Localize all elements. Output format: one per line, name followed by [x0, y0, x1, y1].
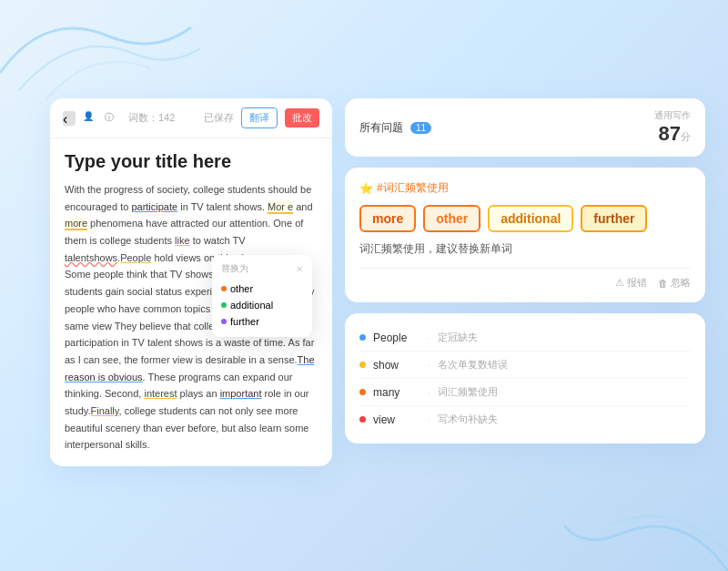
score-right: 通用写作 87分: [654, 109, 691, 146]
vocab-desc: 词汇频繁使用，建议替换新单词: [359, 241, 691, 257]
suggestion-popup-header: 替换为 ✕: [221, 262, 303, 275]
score-label: 通用写作: [654, 109, 691, 122]
vocab-actions: ⚠ 报错 🗑 忽略: [359, 268, 691, 290]
tag-more[interactable]: more: [359, 205, 416, 232]
right-panel: 所有问题 11 通用写作 87分 ⭐ #词汇频繁使用 more other ad…: [345, 98, 705, 466]
underline-participate: participate: [131, 201, 177, 212]
editor-toolbar: ‹ 👤 ⓘ 词数：142 已保存 翻译 批改: [50, 98, 332, 138]
tag-other[interactable]: other: [423, 205, 480, 232]
issue-people[interactable]: People · 定冠缺失: [359, 324, 691, 352]
score-unit: 分: [681, 131, 691, 142]
further-label: further: [230, 316, 259, 327]
issue-word-many: many: [373, 386, 420, 399]
underline-reason: The reason is obvious: [65, 354, 315, 382]
report-icon: ⚠: [615, 277, 624, 289]
issue-word-view: view: [373, 413, 420, 426]
suggestion-other[interactable]: other: [221, 280, 303, 297]
issue-word-show: show: [373, 359, 420, 372]
suggestion-popup: 替换为 ✕ other additional further: [212, 255, 312, 337]
issue-word-people: People: [373, 331, 420, 344]
report-button[interactable]: ⚠ 报错: [615, 276, 647, 290]
additional-dot: [221, 302, 227, 308]
back-icon[interactable]: ‹: [63, 111, 76, 126]
vocab-tags: more other additional further: [359, 205, 691, 232]
issue-many[interactable]: many · 词汇频繁使用: [359, 379, 691, 406]
tag-additional[interactable]: additional: [488, 205, 573, 232]
issue-desc-show: 名次单复数错误: [438, 358, 508, 372]
suggestion-additional[interactable]: additional: [221, 297, 303, 313]
translate-button[interactable]: 翻译: [241, 107, 278, 128]
issue-desc-people: 定冠缺失: [438, 331, 478, 344]
dot-orange: [359, 389, 366, 395]
main-container: ‹ 👤 ⓘ 词数：142 已保存 翻译 批改 Type your title h…: [50, 98, 705, 466]
underline-people: People: [120, 252, 151, 263]
issues-card: People · 定冠缺失 show · 名次单复数错误 many · 词汇频繁…: [345, 313, 705, 444]
underline-finally: Finally: [91, 405, 119, 416]
tag-further[interactable]: further: [581, 205, 647, 232]
vocab-card-header: ⭐ #词汇频繁使用: [359, 180, 691, 196]
additional-label: additional: [230, 300, 273, 311]
other-label: other: [230, 283, 253, 294]
issue-show[interactable]: show · 名次单复数错误: [359, 352, 691, 379]
suggestion-further[interactable]: further: [221, 313, 303, 330]
underline-like: like: [175, 235, 190, 246]
score-card: 所有问题 11 通用写作 87分: [345, 98, 705, 157]
further-dot: [221, 319, 227, 324]
issue-view[interactable]: view · 写术句补缺失: [359, 406, 691, 433]
underline-talent: talentshows: [65, 252, 117, 263]
dot-blue: [359, 334, 366, 341]
trash-icon: 🗑: [658, 278, 668, 289]
star-icon: ⭐: [359, 182, 373, 195]
highlight-more2[interactable]: more: [65, 218, 87, 230]
highlight-more[interactable]: Mor e: [268, 201, 293, 214]
word-count: 词数：142: [128, 111, 175, 125]
deco-curve-tl: [0, 0, 200, 109]
issue-desc-many: 词汇频繁使用: [438, 385, 498, 399]
score-title: 所有问题: [359, 120, 403, 136]
vocab-card: ⭐ #词汇频繁使用 more other additional further …: [345, 168, 705, 302]
dot-yellow: [359, 362, 366, 368]
editor-panel: ‹ 👤 ⓘ 词数：142 已保存 翻译 批改 Type your title h…: [50, 98, 332, 466]
revise-button[interactable]: 批改: [285, 108, 319, 127]
score-badge: 11: [410, 122, 431, 134]
ignore-button[interactable]: 🗑 忽略: [658, 276, 691, 290]
score-card-left: 所有问题 11: [359, 120, 431, 136]
user-icon[interactable]: 👤: [83, 111, 97, 126]
editor-title[interactable]: Type your title here: [65, 151, 318, 172]
underline-interest: interest: [144, 388, 177, 399]
dot-red: [359, 416, 366, 423]
other-dot: [221, 286, 227, 291]
close-icon[interactable]: ✕: [296, 264, 303, 274]
save-button[interactable]: 已保存: [204, 111, 234, 125]
issue-desc-view: 写术句补缺失: [438, 413, 498, 426]
score-value: 87分: [659, 122, 691, 146]
editor-content: Type your title here With the progress o…: [50, 138, 332, 466]
underline-important: important: [220, 388, 262, 399]
info-icon[interactable]: ⓘ: [105, 111, 119, 126]
